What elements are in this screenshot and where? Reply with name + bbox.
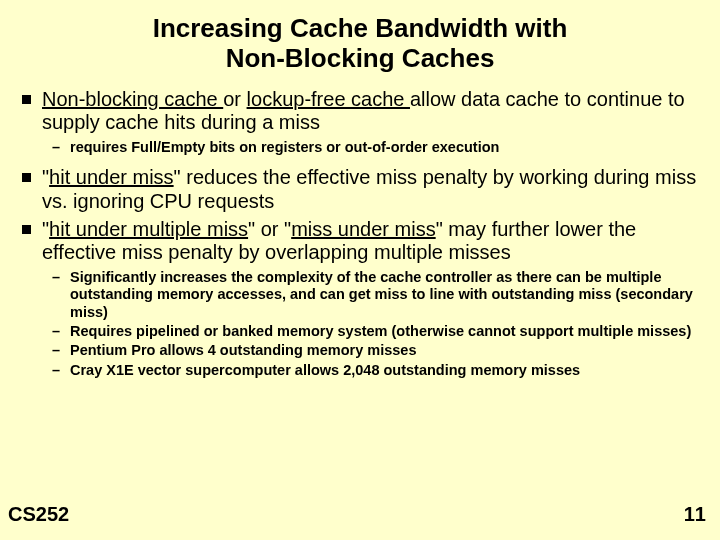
sub-list: requires Full/Empty bits on registers or… — [42, 139, 700, 156]
sub-list: Significantly increases the complexity o… — [42, 269, 700, 379]
sub-item: Requires pipelined or banked memory syst… — [70, 323, 700, 340]
bullet-text: miss under miss — [291, 218, 435, 240]
bullet-list: Non-blocking cache or lockup-free cache … — [20, 88, 700, 379]
footer-page-number: 11 — [684, 503, 706, 526]
bullet-text: or — [223, 88, 246, 110]
sub-item: requires Full/Empty bits on registers or… — [70, 139, 700, 156]
title-line-2: Non-Blocking Caches — [226, 43, 495, 73]
bullet-text: lockup-free cache — [247, 88, 410, 110]
sub-item: Cray X1E vector supercomputer allows 2,0… — [70, 362, 700, 379]
slide: Increasing Cache Bandwidth with Non-Bloc… — [0, 0, 720, 540]
title-line-1: Increasing Cache Bandwidth with — [153, 13, 568, 43]
sub-item: Significantly increases the complexity o… — [70, 269, 700, 321]
bullet-item: "hit under multiple miss" or "miss under… — [42, 218, 700, 265]
slide-title: Increasing Cache Bandwidth with Non-Bloc… — [20, 14, 700, 74]
bullet-item: Non-blocking cache or lockup-free cache … — [42, 88, 700, 135]
bullet-text: Non-blocking cache — [42, 88, 223, 110]
bullet-text: hit under miss — [49, 166, 174, 188]
footer-course: CS252 — [8, 503, 69, 526]
bullet-text: " or " — [248, 218, 291, 240]
sub-item: Pentium Pro allows 4 outstanding memory … — [70, 342, 700, 359]
bullet-text: hit under multiple miss — [49, 218, 248, 240]
bullet-item: "hit under miss" reduces the effective m… — [42, 166, 700, 213]
